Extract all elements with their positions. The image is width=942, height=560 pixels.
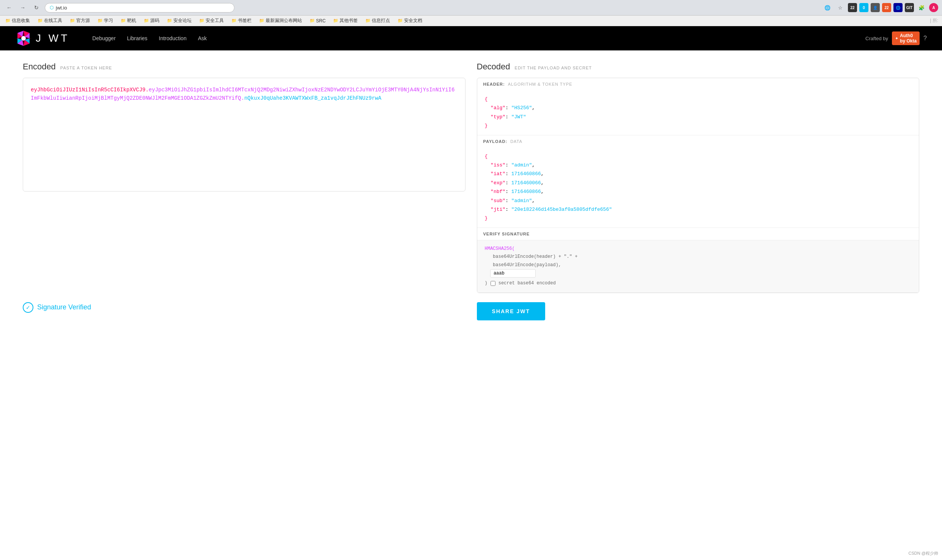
bookmark-label: 最新漏洞公布网站: [266, 17, 302, 24]
header-section-sub: ALGORITHM & TOKEN TYPE: [508, 82, 572, 86]
bookmark-item[interactable]: 📁 在线工具: [36, 17, 64, 25]
alg-value: "HS256": [511, 105, 532, 111]
extension-6[interactable]: GIT: [905, 3, 914, 12]
auth0-text: Auth0by Okta: [900, 33, 917, 44]
translate-icon[interactable]: 🌐: [822, 2, 833, 13]
bookmark-label: 安全文档: [404, 17, 422, 24]
bookmarks-overflow: | 所:: [930, 17, 938, 24]
base64-payload-line: base64UrlEncode(payload),: [490, 262, 561, 268]
header-section-body[interactable]: { "alg": "HS256", "typ": "JWT" }: [477, 90, 919, 135]
decoded-header: Decoded EDIT THE PAYLOAD AND SECRET: [477, 62, 920, 72]
bookmark-item[interactable]: 📁 信息打点: [364, 17, 392, 25]
alg-key: "alg": [491, 105, 505, 111]
signature-verified: ✓ Signature Verified: [23, 302, 465, 313]
nbf-key: "nbf": [491, 189, 505, 195]
folder-icon: 📁: [121, 18, 126, 23]
hmac-func: HMACSHA256(: [485, 246, 515, 251]
folder-icon: 📁: [333, 18, 338, 23]
signature-verified-text: Signature Verified: [37, 303, 91, 311]
payload-section-body[interactable]: { "iss": "admin", "iat": 1716460866, "ex…: [477, 147, 919, 227]
encoded-header: Encoded PASTE A TOKEN HERE: [23, 62, 465, 72]
bookmark-label: 官方源: [76, 17, 90, 24]
address-bar[interactable]: ⬡ jwt.io: [45, 3, 234, 13]
nav-ask[interactable]: Ask: [198, 35, 207, 41]
verify-section-body: HMACSHA256( base64UrlEncode(header) + ".…: [477, 240, 919, 292]
verify-signature-section: VERIFY SIGNATURE HMACSHA256( base64UrlEn…: [477, 228, 919, 293]
bookmark-label: 其他书签: [340, 17, 358, 24]
exp-key: "exp": [491, 180, 505, 186]
decoded-subtitle: EDIT THE PAYLOAD AND SECRET: [515, 66, 592, 70]
jwt-logo-icon: [15, 30, 32, 47]
bookmark-item[interactable]: 📁 SRC: [308, 17, 327, 24]
verify-label: VERIFY SIGNATURE: [483, 232, 530, 236]
token-box[interactable]: eyJhbGciOiJIUzI1NiIsInR5cCI6IkpXVCJ9.eyJ…: [23, 78, 465, 191]
extensions-button[interactable]: 🧩: [916, 2, 927, 13]
bookmark-label: 安全工具: [206, 17, 224, 24]
bookmark-label: 信息收集: [12, 17, 30, 24]
main-nav: Debugger Libraries Introduction Ask: [92, 35, 207, 41]
bookmark-item[interactable]: 📁 靶机: [119, 17, 138, 25]
site-icon: ⬡: [50, 5, 53, 10]
jti-value: "20e182246d145be3af0a5805dfdfe656": [511, 207, 612, 212]
url-text: jwt.io: [56, 5, 67, 11]
extension-3[interactable]: 👤: [871, 3, 880, 12]
nav-debugger[interactable]: Debugger: [92, 35, 116, 41]
iss-value: "admin": [511, 162, 532, 168]
back-button[interactable]: ←: [4, 2, 14, 13]
nav-introduction[interactable]: Introduction: [159, 35, 187, 41]
bookmark-item[interactable]: 📁 信息收集: [4, 17, 31, 25]
crafted-by-area: Crafted by ✦ Auth0by Okta ?: [865, 31, 927, 45]
bookmark-label: SRC: [316, 18, 326, 24]
browser-chrome: ← → ↻ ⬡ jwt.io 🌐 ☆ 22 0 👤 22 🌐 GIT 🧩 A: [0, 0, 942, 16]
iat-value: 1716460866: [511, 171, 541, 177]
bookmark-label: 学习: [104, 17, 113, 24]
extension-2[interactable]: 0: [859, 3, 868, 12]
help-icon[interactable]: ?: [923, 35, 927, 42]
token-signature-part: nQkuxJ0qUahe3KVAWTXWxFB_za1vqJdrJEhFNUz9…: [244, 95, 381, 101]
bookmark-item[interactable]: 📁 学习: [96, 17, 115, 25]
bookmark-label: 书签栏: [238, 17, 252, 24]
folder-icon: 📁: [398, 18, 403, 23]
base64-secret-label: secret base64 encoded: [499, 279, 556, 288]
check-circle-icon: ✓: [23, 302, 33, 313]
payload-json-open: {: [485, 154, 488, 159]
folder-icon: 📁: [167, 18, 172, 23]
sub-value: "admin": [511, 198, 532, 204]
bookmark-item[interactable]: 📁 源码: [142, 17, 161, 25]
base64-secret-checkbox[interactable]: [491, 281, 495, 286]
bookmark-item[interactable]: 📁 安全论坛: [165, 17, 193, 25]
bookmark-label: 信息打点: [372, 17, 390, 24]
typ-value: "JWT": [511, 114, 526, 120]
folder-icon: 📁: [365, 18, 371, 23]
payload-json-close: }: [485, 215, 488, 221]
bookmark-item[interactable]: 📁 书签栏: [230, 17, 253, 25]
share-jwt-button[interactable]: SHARE JWT: [477, 302, 545, 320]
bookmark-item[interactable]: 📁 其他书签: [332, 17, 359, 25]
forward-button[interactable]: →: [17, 2, 28, 13]
nbf-value: 1716460866: [511, 189, 541, 195]
encoded-subtitle: PASTE A TOKEN HERE: [60, 66, 112, 70]
bookmark-item[interactable]: 📁 最新漏洞公布网站: [258, 17, 304, 25]
secret-input[interactable]: [490, 269, 536, 278]
bookmark-label: 在线工具: [44, 17, 62, 24]
bookmark-icon[interactable]: ☆: [835, 2, 846, 13]
extension-1[interactable]: 22: [848, 3, 857, 12]
extension-5[interactable]: 🌐: [893, 3, 903, 12]
payload-section: PAYLOAD: DATA { "iss": "admin", "iat": 1…: [477, 135, 919, 228]
decoded-column: Decoded EDIT THE PAYLOAD AND SECRET HEAD…: [477, 62, 920, 293]
main-columns: Encoded PASTE A TOKEN HERE eyJhbGciOiJIU…: [23, 62, 919, 293]
bookmark-item[interactable]: 📁 安全文档: [396, 17, 424, 25]
decoded-panel: HEADER: ALGORITHM & TOKEN TYPE { "alg": …: [477, 78, 920, 293]
nav-libraries[interactable]: Libraries: [127, 35, 148, 41]
extension-4[interactable]: 22: [882, 3, 891, 12]
bookmark-item[interactable]: 📁 安全工具: [198, 17, 225, 25]
profile-avatar[interactable]: A: [929, 3, 938, 12]
refresh-button[interactable]: ↻: [31, 2, 42, 13]
closing-paren: ): [485, 279, 488, 288]
header-section-label: HEADER: ALGORITHM & TOKEN TYPE: [477, 78, 919, 90]
bookmark-item[interactable]: 📁 官方源: [68, 17, 91, 25]
exp-value: 1716460066: [511, 180, 541, 186]
jti-key: "jti": [491, 207, 505, 212]
bottom-area: ✓ Signature Verified SHARE JWT: [23, 302, 919, 320]
header-json-open: {: [485, 96, 488, 102]
